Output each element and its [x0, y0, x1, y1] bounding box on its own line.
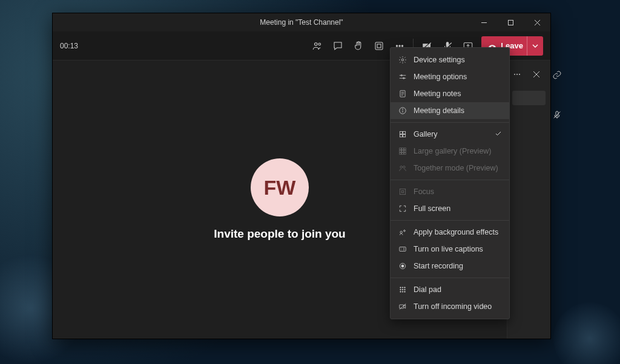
notes-icon [398, 89, 407, 99]
menu-separator [391, 122, 509, 123]
svg-point-34 [403, 109, 403, 109]
svg-rect-43 [402, 151, 404, 152]
svg-point-58 [404, 287, 406, 288]
svg-rect-35 [400, 131, 402, 134]
svg-point-55 [401, 265, 404, 267]
minimize-button[interactable] [470, 13, 497, 31]
svg-point-61 [404, 289, 406, 290]
svg-point-52 [400, 231, 403, 233]
menu-meeting-details[interactable]: Meeting details [391, 102, 509, 119]
captions-icon [398, 244, 407, 254]
menu-meeting-notes[interactable]: Meeting notes [391, 85, 509, 102]
sliders-icon [398, 72, 407, 82]
svg-point-57 [402, 287, 403, 288]
maximize-button[interactable] [497, 13, 524, 31]
menu-device-settings[interactable]: Device settings [391, 51, 509, 68]
record-icon [398, 261, 407, 271]
menu-dial-pad[interactable]: Dial pad [391, 281, 509, 298]
svg-point-8 [396, 45, 397, 46]
participant-avatar: FW [251, 158, 309, 216]
menu-large-gallery: Large gallery (Preview) [391, 143, 509, 160]
svg-rect-40 [402, 148, 404, 150]
panel-close-button[interactable] [529, 67, 544, 82]
svg-point-16 [514, 74, 515, 75]
svg-rect-38 [403, 135, 406, 137]
svg-point-56 [400, 287, 401, 288]
participant-mic-muted-icon[interactable] [552, 110, 562, 122]
grid-icon [398, 129, 407, 139]
svg-rect-7 [377, 44, 381, 48]
menu-gallery[interactable]: Gallery [391, 126, 509, 143]
avatar-initials: FW [264, 176, 296, 200]
panel-search-input[interactable] [512, 91, 546, 105]
svg-point-9 [399, 45, 400, 46]
svg-rect-39 [400, 148, 401, 150]
svg-rect-42 [400, 151, 401, 152]
dialpad-icon [398, 285, 407, 294]
svg-rect-53 [400, 247, 406, 252]
copy-link-icon[interactable] [552, 70, 562, 82]
video-off-icon [398, 302, 407, 311]
svg-rect-47 [404, 152, 406, 154]
invite-text: Invite people to join you [214, 227, 345, 241]
menu-live-captions[interactable]: Turn on live captions [391, 241, 509, 258]
svg-point-4 [315, 42, 318, 45]
menu-start-recording[interactable]: Start recording [391, 258, 509, 275]
menu-meeting-options[interactable]: Meeting options [391, 68, 509, 85]
focus-icon [398, 187, 407, 197]
info-icon [398, 106, 407, 115]
svg-rect-45 [400, 152, 401, 154]
svg-rect-6 [375, 42, 383, 50]
menu-separator [391, 220, 509, 221]
menu-separator [391, 180, 509, 180]
menu-focus: Focus [391, 183, 509, 200]
menu-separator [391, 278, 509, 278]
svg-rect-1 [508, 20, 513, 25]
window-controls [470, 13, 550, 31]
fullscreen-icon [398, 204, 407, 213]
svg-rect-46 [402, 152, 404, 154]
svg-point-63 [402, 291, 403, 293]
svg-point-18 [519, 74, 520, 75]
svg-point-17 [516, 74, 518, 75]
chat-button[interactable] [328, 36, 348, 56]
menu-background-effects[interactable]: Apply background effects [391, 224, 509, 241]
svg-point-5 [318, 43, 321, 45]
gear-icon [398, 55, 407, 65]
svg-point-60 [402, 289, 403, 290]
leave-options-chevron[interactable] [527, 36, 538, 56]
menu-full-screen[interactable]: Full screen [391, 200, 509, 217]
menu-turn-off-incoming-video[interactable]: Turn off incoming video [391, 298, 509, 315]
svg-rect-51 [401, 190, 404, 193]
more-actions-menu: Device settings Meeting options Meeting … [390, 47, 510, 319]
together-icon [398, 163, 407, 173]
menu-together-mode: Together mode (Preview) [391, 160, 509, 177]
titlebar: Meeting in "Test Channel" [53, 13, 550, 31]
svg-rect-50 [400, 189, 405, 194]
svg-rect-44 [404, 151, 406, 152]
svg-point-62 [400, 291, 401, 293]
close-button[interactable] [524, 13, 550, 31]
svg-rect-41 [404, 148, 406, 150]
svg-point-64 [404, 291, 406, 293]
check-icon [495, 130, 502, 139]
sparkle-icon [398, 227, 407, 237]
meeting-timer: 00:13 [60, 42, 78, 50]
svg-rect-36 [403, 131, 406, 134]
side-panel [507, 60, 550, 339]
svg-point-23 [401, 59, 404, 61]
svg-rect-37 [400, 135, 402, 137]
panel-more-button[interactable] [509, 67, 525, 82]
window-title: Meeting in "Test Channel" [260, 18, 343, 27]
participants-button[interactable] [308, 36, 327, 56]
raise-hand-button[interactable] [349, 36, 368, 56]
svg-point-59 [400, 289, 401, 290]
rooms-button[interactable] [369, 36, 389, 56]
svg-point-48 [400, 166, 403, 169]
large-grid-icon [398, 146, 407, 156]
svg-point-10 [401, 45, 403, 46]
svg-point-49 [403, 166, 406, 169]
